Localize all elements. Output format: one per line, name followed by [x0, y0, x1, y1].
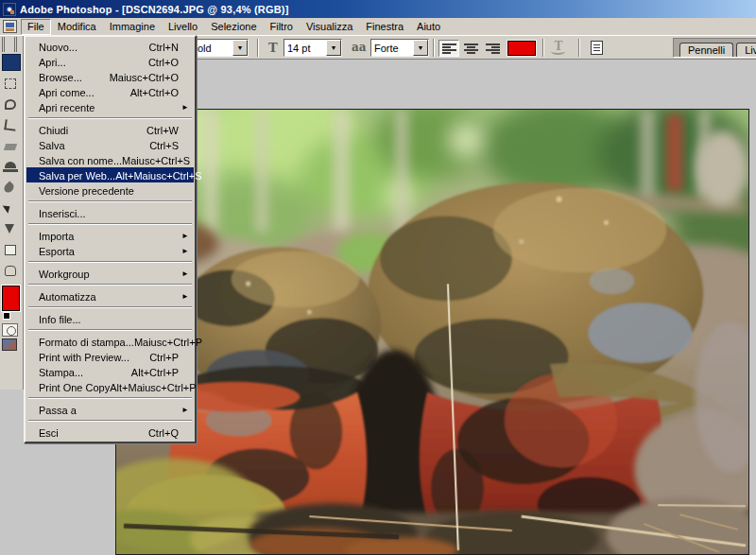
canvas-photo[interactable]	[115, 109, 749, 555]
dropdown-arrow-icon[interactable]: ▼	[326, 40, 341, 56]
font-size-icon: T	[268, 41, 278, 55]
menu-separator	[28, 397, 192, 399]
menu-item-chiudi[interactable]: ChiudiCtrl+W	[26, 122, 194, 137]
menu-item-stampa[interactable]: Stampa...Alt+Ctrl+P	[26, 364, 194, 379]
blur-tool-icon[interactable]	[0, 178, 22, 199]
title-bar: Adobe Photoshop - [DSCN2694.JPG @ 93,4% …	[0, 0, 756, 18]
photoshop-window: Adobe Photoshop - [DSCN2694.JPG @ 93,4% …	[0, 0, 756, 555]
menu-modifica[interactable]: Modifica	[51, 19, 103, 35]
menu-item-info-file[interactable]: Info file...	[26, 311, 194, 326]
foreground-color-swatch[interactable]	[2, 286, 20, 311]
menu-aiuto[interactable]: Aiuto	[410, 19, 447, 35]
menu-livello[interactable]: Livello	[162, 19, 204, 35]
jump-to-imageready-icon[interactable]	[2, 338, 17, 351]
menu-item-print-with-preview[interactable]: Print with Preview...Ctrl+P	[26, 349, 194, 364]
menu-separator	[28, 420, 192, 422]
hand-tool-icon[interactable]	[0, 261, 22, 282]
align-left-button[interactable]	[438, 40, 459, 57]
menu-item-salva-per-web[interactable]: Salva per Web...Alt+Maiusc+Ctrl+S	[26, 167, 194, 182]
align-center-icon	[464, 43, 478, 54]
font-size-value: 14 pt	[284, 40, 326, 56]
menu-file[interactable]: File	[21, 19, 51, 35]
submenu-arrow-icon: ►	[181, 247, 189, 255]
menu-item-passa-a[interactable]: Passa a►	[26, 402, 194, 417]
notes-tool-icon[interactable]	[0, 240, 22, 261]
menu-visualizza[interactable]: Visualizza	[300, 19, 359, 35]
menu-finestra[interactable]: Finestra	[359, 19, 410, 35]
menu-item-apri-come[interactable]: Apri come...Alt+Ctrl+O	[26, 84, 194, 99]
menu-selezione[interactable]: Selezione	[204, 19, 263, 35]
toolbox	[0, 36, 24, 390]
menu-bar: File Modifica Immagine Livello Selezione…	[0, 18, 756, 35]
warp-text-icon[interactable]: T	[548, 40, 569, 57]
align-right-button[interactable]	[482, 40, 503, 57]
text-color-swatch[interactable]	[507, 41, 536, 56]
menu-filtro[interactable]: Filtro	[264, 19, 300, 35]
separator	[578, 39, 580, 57]
menu-item-nuovo[interactable]: Nuovo...Ctrl+N	[26, 39, 194, 54]
menu-item-importa[interactable]: Importa►	[26, 228, 194, 243]
photoshop-app-icon	[3, 3, 16, 16]
adobe-online-button[interactable]	[2, 54, 21, 71]
separator	[257, 39, 259, 57]
menu-immagine[interactable]: Immagine	[103, 19, 162, 35]
menu-item-inserisci[interactable]: Inserisci...	[26, 205, 194, 220]
menu-item-versione-precedente[interactable]: Versione precedente	[26, 182, 194, 198]
menu-item-apri-recente[interactable]: Apri recente►	[26, 99, 194, 114]
crop-tool-icon[interactable]	[0, 115, 22, 136]
menu-item-salva[interactable]: SalvaCtrl+S	[26, 137, 194, 152]
antialias-value: Forte	[371, 40, 413, 56]
eraser-tool-icon[interactable]	[0, 136, 22, 157]
submenu-arrow-icon: ►	[181, 103, 189, 112]
align-left-icon	[442, 43, 456, 54]
toggle-palettes-icon[interactable]	[591, 41, 603, 55]
dropdown-arrow-icon[interactable]: ▼	[413, 40, 428, 56]
align-right-icon	[486, 43, 500, 54]
menu-separator	[28, 261, 192, 263]
tab-pennelli[interactable]: Pennelli	[679, 43, 733, 58]
menu-item-esci[interactable]: EsciCtrl+Q	[26, 425, 194, 440]
menu-separator	[28, 329, 192, 331]
quick-mask-button[interactable]	[2, 323, 18, 337]
path-select-tool-icon[interactable]	[0, 199, 22, 219]
antialias-icon: aa	[352, 41, 367, 54]
submenu-arrow-icon: ►	[181, 269, 189, 278]
file-menu-popup: Nuovo...Ctrl+N Apri...Ctrl+O Browse...Ma…	[24, 35, 197, 443]
submenu-arrow-icon: ►	[181, 292, 189, 301]
separator	[433, 39, 435, 57]
lasso-tool-icon[interactable]	[0, 95, 22, 115]
document-icon[interactable]	[3, 20, 17, 33]
menu-item-salva-con-nome[interactable]: Salva con nome...Maiusc+Ctrl+S	[26, 152, 194, 167]
menu-separator	[28, 200, 192, 202]
align-center-button[interactable]	[460, 40, 481, 57]
menu-separator	[28, 223, 192, 225]
pen-tool-icon[interactable]	[0, 219, 22, 240]
menu-item-print-one-copy[interactable]: Print One CopyAlt+Maiusc+Ctrl+P	[26, 379, 194, 394]
antialias-combobox[interactable]: Forte ▼	[370, 39, 429, 57]
font-size-combobox[interactable]: 14 pt ▼	[284, 39, 342, 57]
toolbox-header-art	[2, 37, 17, 52]
menu-item-automatizza[interactable]: Automatizza►	[26, 288, 194, 304]
submenu-arrow-icon: ►	[181, 406, 189, 414]
palette-well: Pennelli Livelli	[673, 38, 756, 58]
dropdown-arrow-icon[interactable]: ▼	[232, 40, 248, 56]
menu-item-formato-di-stampa[interactable]: Formato di stampa...Maiusc+Ctrl+P	[26, 334, 194, 349]
tab-livelli[interactable]: Livelli	[736, 43, 756, 58]
menu-item-esporta[interactable]: Esporta►	[26, 243, 194, 258]
menu-item-workgroup[interactable]: Workgroup►	[26, 266, 194, 281]
marquee-tool-icon[interactable]	[0, 74, 22, 95]
separator	[542, 39, 544, 57]
window-title: Adobe Photoshop - [DSCN2694.JPG @ 93,4% …	[20, 4, 289, 15]
menu-separator	[28, 117, 192, 119]
background-color-swatch[interactable]	[3, 312, 10, 320]
menu-item-browse[interactable]: Browse...Maiusc+Ctrl+O	[26, 69, 194, 84]
menu-separator	[28, 284, 192, 286]
submenu-arrow-icon: ►	[181, 232, 189, 240]
menu-item-apri[interactable]: Apri...Ctrl+O	[26, 54, 194, 69]
stamp-tool-icon[interactable]	[0, 157, 22, 178]
menu-separator	[28, 306, 192, 308]
mushroom-photo-illustration	[116, 110, 748, 554]
